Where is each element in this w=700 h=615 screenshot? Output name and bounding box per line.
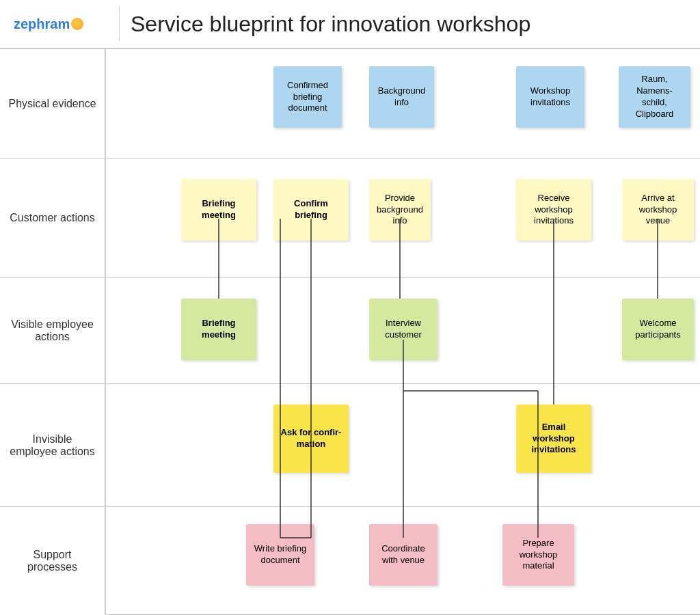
sticky-briefing-meeting-customer[interactable]: Briefing meeting [181,179,256,241]
label-visible: Visible employee actions [0,278,105,384]
sticky-welcome-participants[interactable]: Welcome participants [622,299,694,360]
sticky-prepare-workshop[interactable]: Prepare workshop material [502,524,574,586]
sticky-workshop-invitations[interactable]: Workshop invitations [516,66,584,128]
label-physical: Physical evidence [0,49,105,159]
row-support: Write briefing document Coordinate with … [106,507,700,615]
sticky-confirm-briefing[interactable]: Confirm briefing [273,179,349,241]
sticky-provide-background[interactable]: Provide background info [369,179,431,241]
row-labels: Physical evidence Customer actions Visib… [0,49,106,615]
sticky-ask-confirmation[interactable]: Ask for confir-mation [273,405,349,473]
sticky-receive-workshop[interactable]: Receive workshop invitations [516,179,591,241]
sticky-email-workshop[interactable]: Email workshop invitations [516,405,591,473]
header: zephram Service blueprint for innovation… [0,0,700,49]
row-physical: Confirmed briefing document Background i… [106,49,700,159]
sticky-confirmed-briefing[interactable]: Confirmed briefing document [273,66,342,128]
label-customer: Customer actions [0,159,105,278]
page-title: Service blueprint for innovation worksho… [131,12,530,37]
row-customer: Briefing meeting Confirm briefing Provid… [106,159,700,278]
sticky-coordinate-venue[interactable]: Coordinate with venue [369,524,438,586]
sticky-raum[interactable]: Raum, Namens-schild, Clipboard [619,66,690,128]
sticky-write-briefing[interactable]: Write briefing document [246,524,314,586]
label-invisible: Invisible employee actions [0,384,105,507]
blueprint: Physical evidence Customer actions Visib… [0,49,700,615]
logo-area: zephram [14,7,120,41]
logo-text: zephram [14,16,70,32]
sticky-arrive-workshop[interactable]: Arrive at workshop venue [622,179,694,241]
content-area: Confirmed briefing document Background i… [106,49,700,615]
logo-dot [71,18,83,30]
sticky-background-info[interactable]: Background info [369,66,434,128]
main-container: zephram Service blueprint for innovation… [0,0,700,615]
row-invisible: Ask for confir-mation Email workshop inv… [106,384,700,507]
sticky-interview-customer[interactable]: Interview customer [369,299,438,360]
row-visible: Briefing meeting Interview customer Welc… [106,278,700,384]
sticky-briefing-meeting-visible[interactable]: Briefing meeting [181,299,256,360]
label-support: Support processes [0,507,105,615]
